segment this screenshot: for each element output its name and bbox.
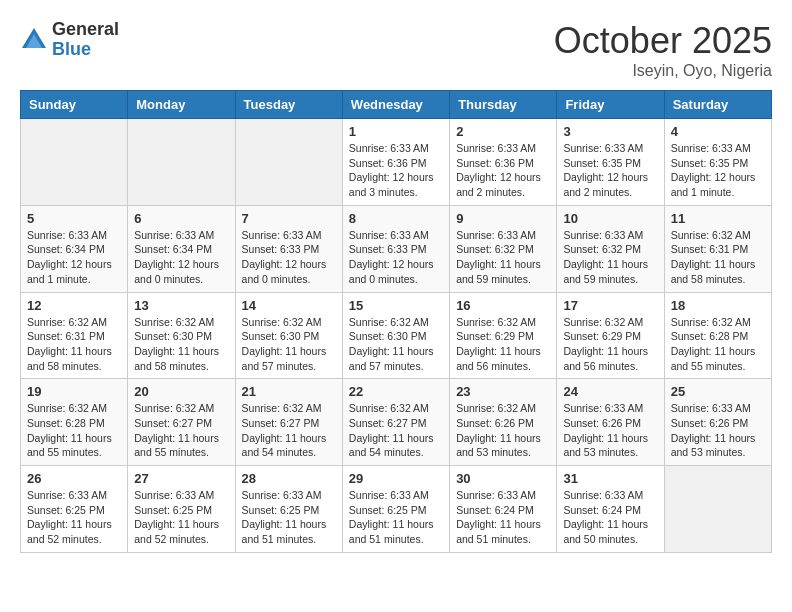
calendar-cell: 19Sunrise: 6:32 AM Sunset: 6:28 PM Dayli… [21,379,128,466]
location-title: Iseyin, Oyo, Nigeria [554,62,772,80]
day-info: Sunrise: 6:32 AM Sunset: 6:29 PM Dayligh… [563,315,657,374]
calendar-cell: 28Sunrise: 6:33 AM Sunset: 6:25 PM Dayli… [235,466,342,553]
day-number: 16 [456,298,550,313]
calendar-cell: 15Sunrise: 6:32 AM Sunset: 6:30 PM Dayli… [342,292,449,379]
day-info: Sunrise: 6:33 AM Sunset: 6:35 PM Dayligh… [671,141,765,200]
calendar-cell: 13Sunrise: 6:32 AM Sunset: 6:30 PM Dayli… [128,292,235,379]
day-number: 6 [134,211,228,226]
weekday-header-sunday: Sunday [21,91,128,119]
day-info: Sunrise: 6:33 AM Sunset: 6:36 PM Dayligh… [349,141,443,200]
day-number: 26 [27,471,121,486]
day-info: Sunrise: 6:32 AM Sunset: 6:30 PM Dayligh… [242,315,336,374]
day-info: Sunrise: 6:32 AM Sunset: 6:30 PM Dayligh… [349,315,443,374]
calendar-cell [664,466,771,553]
day-info: Sunrise: 6:33 AM Sunset: 6:25 PM Dayligh… [349,488,443,547]
day-info: Sunrise: 6:33 AM Sunset: 6:25 PM Dayligh… [27,488,121,547]
day-number: 13 [134,298,228,313]
calendar-cell: 5Sunrise: 6:33 AM Sunset: 6:34 PM Daylig… [21,205,128,292]
calendar-cell: 25Sunrise: 6:33 AM Sunset: 6:26 PM Dayli… [664,379,771,466]
day-info: Sunrise: 6:33 AM Sunset: 6:26 PM Dayligh… [671,401,765,460]
day-number: 30 [456,471,550,486]
day-info: Sunrise: 6:32 AM Sunset: 6:28 PM Dayligh… [671,315,765,374]
day-number: 19 [27,384,121,399]
calendar-week-2: 5Sunrise: 6:33 AM Sunset: 6:34 PM Daylig… [21,205,772,292]
logo-icon [20,26,48,54]
weekday-header-tuesday: Tuesday [235,91,342,119]
calendar-cell: 21Sunrise: 6:32 AM Sunset: 6:27 PM Dayli… [235,379,342,466]
month-title: October 2025 [554,20,772,62]
day-number: 1 [349,124,443,139]
calendar-cell: 7Sunrise: 6:33 AM Sunset: 6:33 PM Daylig… [235,205,342,292]
day-number: 15 [349,298,443,313]
day-number: 9 [456,211,550,226]
weekday-header-wednesday: Wednesday [342,91,449,119]
calendar-cell: 6Sunrise: 6:33 AM Sunset: 6:34 PM Daylig… [128,205,235,292]
day-info: Sunrise: 6:32 AM Sunset: 6:28 PM Dayligh… [27,401,121,460]
day-number: 22 [349,384,443,399]
day-info: Sunrise: 6:32 AM Sunset: 6:26 PM Dayligh… [456,401,550,460]
calendar-week-5: 26Sunrise: 6:33 AM Sunset: 6:25 PM Dayli… [21,466,772,553]
day-info: Sunrise: 6:33 AM Sunset: 6:25 PM Dayligh… [242,488,336,547]
day-number: 17 [563,298,657,313]
title-block: October 2025 Iseyin, Oyo, Nigeria [554,20,772,80]
day-number: 23 [456,384,550,399]
day-info: Sunrise: 6:33 AM Sunset: 6:24 PM Dayligh… [563,488,657,547]
calendar-cell: 29Sunrise: 6:33 AM Sunset: 6:25 PM Dayli… [342,466,449,553]
day-number: 2 [456,124,550,139]
calendar-table: SundayMondayTuesdayWednesdayThursdayFrid… [20,90,772,553]
calendar-cell: 17Sunrise: 6:32 AM Sunset: 6:29 PM Dayli… [557,292,664,379]
day-number: 11 [671,211,765,226]
day-info: Sunrise: 6:32 AM Sunset: 6:31 PM Dayligh… [27,315,121,374]
day-info: Sunrise: 6:33 AM Sunset: 6:33 PM Dayligh… [242,228,336,287]
day-info: Sunrise: 6:32 AM Sunset: 6:31 PM Dayligh… [671,228,765,287]
calendar-cell: 23Sunrise: 6:32 AM Sunset: 6:26 PM Dayli… [450,379,557,466]
logo-text: General Blue [52,20,119,60]
day-number: 18 [671,298,765,313]
calendar-cell [21,119,128,206]
calendar-cell: 10Sunrise: 6:33 AM Sunset: 6:32 PM Dayli… [557,205,664,292]
weekday-header-thursday: Thursday [450,91,557,119]
calendar-cell: 11Sunrise: 6:32 AM Sunset: 6:31 PM Dayli… [664,205,771,292]
calendar-cell: 30Sunrise: 6:33 AM Sunset: 6:24 PM Dayli… [450,466,557,553]
calendar-cell: 4Sunrise: 6:33 AM Sunset: 6:35 PM Daylig… [664,119,771,206]
calendar-cell: 18Sunrise: 6:32 AM Sunset: 6:28 PM Dayli… [664,292,771,379]
day-number: 21 [242,384,336,399]
weekday-header-monday: Monday [128,91,235,119]
calendar-cell: 1Sunrise: 6:33 AM Sunset: 6:36 PM Daylig… [342,119,449,206]
calendar-cell: 2Sunrise: 6:33 AM Sunset: 6:36 PM Daylig… [450,119,557,206]
calendar-body: 1Sunrise: 6:33 AM Sunset: 6:36 PM Daylig… [21,119,772,553]
calendar-cell: 26Sunrise: 6:33 AM Sunset: 6:25 PM Dayli… [21,466,128,553]
day-info: Sunrise: 6:33 AM Sunset: 6:24 PM Dayligh… [456,488,550,547]
weekday-header-row: SundayMondayTuesdayWednesdayThursdayFrid… [21,91,772,119]
weekday-header-friday: Friday [557,91,664,119]
logo: General Blue [20,20,119,60]
page-header: General Blue October 2025 Iseyin, Oyo, N… [20,20,772,80]
day-number: 25 [671,384,765,399]
day-info: Sunrise: 6:32 AM Sunset: 6:29 PM Dayligh… [456,315,550,374]
day-number: 12 [27,298,121,313]
day-info: Sunrise: 6:32 AM Sunset: 6:27 PM Dayligh… [134,401,228,460]
day-info: Sunrise: 6:32 AM Sunset: 6:27 PM Dayligh… [349,401,443,460]
day-info: Sunrise: 6:33 AM Sunset: 6:36 PM Dayligh… [456,141,550,200]
day-number: 3 [563,124,657,139]
calendar-cell: 12Sunrise: 6:32 AM Sunset: 6:31 PM Dayli… [21,292,128,379]
day-info: Sunrise: 6:33 AM Sunset: 6:25 PM Dayligh… [134,488,228,547]
day-number: 14 [242,298,336,313]
weekday-header-saturday: Saturday [664,91,771,119]
day-number: 7 [242,211,336,226]
calendar-cell: 8Sunrise: 6:33 AM Sunset: 6:33 PM Daylig… [342,205,449,292]
day-number: 27 [134,471,228,486]
day-number: 24 [563,384,657,399]
calendar-cell: 27Sunrise: 6:33 AM Sunset: 6:25 PM Dayli… [128,466,235,553]
day-number: 5 [27,211,121,226]
day-info: Sunrise: 6:33 AM Sunset: 6:34 PM Dayligh… [27,228,121,287]
day-info: Sunrise: 6:32 AM Sunset: 6:30 PM Dayligh… [134,315,228,374]
calendar-cell: 22Sunrise: 6:32 AM Sunset: 6:27 PM Dayli… [342,379,449,466]
day-number: 28 [242,471,336,486]
calendar-cell: 31Sunrise: 6:33 AM Sunset: 6:24 PM Dayli… [557,466,664,553]
day-number: 29 [349,471,443,486]
day-number: 4 [671,124,765,139]
calendar-cell: 16Sunrise: 6:32 AM Sunset: 6:29 PM Dayli… [450,292,557,379]
calendar-cell: 3Sunrise: 6:33 AM Sunset: 6:35 PM Daylig… [557,119,664,206]
day-info: Sunrise: 6:32 AM Sunset: 6:27 PM Dayligh… [242,401,336,460]
